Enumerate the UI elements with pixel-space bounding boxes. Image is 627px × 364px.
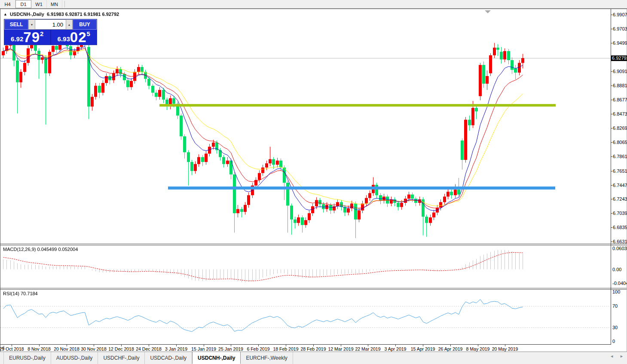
chart-tab-usdchf-daily[interactable]: USDCHF-,Daily [98,352,145,364]
price-axis-label: 6.66310 [613,239,627,244]
macd-label: MACD(12,26,9) 0.045499 0.052004 [3,247,78,252]
sell-button[interactable]: SELL [4,19,28,30]
price-axis-label: 6.84730 [613,112,627,116]
toolbar-divider [63,1,65,7]
price-axis-tick [611,242,612,242]
buy-price-box[interactable]: 6.93 02 5 [51,30,97,45]
price-axis-tick [611,100,612,100]
trade-panel-controls: SELL ▼ ▲ BUY [4,19,97,30]
time-axis-label: 15 Jan 2019 [191,346,216,352]
time-axis-label: 26 Apr 2019 [438,346,463,352]
chart-tab-usdcad-daily[interactable]: USDCAD-,Daily [145,352,192,364]
chart-tab-bar: EURUSD-,DailyAUDUSD-,DailyUSDCHF-,DailyU… [0,352,627,364]
price-axis-tick [611,142,612,143]
volume-input[interactable] [35,19,66,30]
time-axis-label: 24 Dec 2018 [136,346,162,352]
macd-axis-label: -0.040415 [612,281,627,286]
chart-tab-eurusd-daily[interactable]: EURUSD-,Daily [3,352,51,364]
current-price-tag: 6.92792 [611,55,627,61]
price-axis-label: 6.88810 [613,83,627,88]
one-click-trading-panel: SELL ▼ ▲ BUY 6.92 79 2 6.93 02 5 [4,19,97,45]
price-axis-tick [611,128,612,128]
tab-scroll-right-icon[interactable]: ► [620,354,624,358]
mt4-application-window: H4D1W1MN ▲ USDCNH-,Daily 6.91983 6.92871… [0,0,627,364]
volume-stepper-down[interactable]: ▼ [28,19,35,30]
price-axis-tick [611,227,612,228]
macd-indicator-canvas [0,245,611,288]
chart-tab-usdcnh-daily[interactable]: USDCNH-,Daily [192,352,241,364]
price-axis-tick [611,86,612,86]
macd-axis-label: 0.00 [612,267,621,272]
price-axis-tick [611,29,612,29]
price-axis-label: 6.76510 [613,169,627,174]
price-axis-tick [611,199,612,199]
time-axis-label: 8 Nov 2018 [28,346,51,352]
time-axis-label: 18 Feb 2019 [273,346,299,352]
buy-price-prefix: 6.93 [58,35,70,43]
time-axis-label: 6 Feb 2019 [247,346,269,352]
time-axis-label: 22 Mar 2019 [355,346,381,352]
price-axis-label: 6.99070 [613,12,627,17]
price-axis-label: 6.74470 [613,183,627,188]
price-axis-label: 6.94990 [613,41,627,46]
price-axis-tick [611,71,612,72]
sell-price-main: 79 [23,31,40,44]
time-axis-label: 29 Oct 2018 [0,346,24,352]
tab-scroll-arrows: ◄ ► [610,354,624,358]
price-axis-tick [611,156,612,157]
price-axis-label: 6.72430 [613,197,627,202]
price-axis-label: 6.86770 [613,98,627,102]
price-axis-tick [611,114,612,114]
rsi-axis-label: 0 [612,339,615,344]
time-axis-label: 25 Jan 2019 [218,346,243,352]
price-axis-tick [611,171,612,171]
tab-scroll-left-icon[interactable]: ◄ [610,354,614,358]
price-axis-label: 6.78610 [613,154,627,159]
price-axis-label: 6.80650 [613,140,627,145]
timeframe-button-mn[interactable]: MN [47,0,62,8]
timeframe-button-w1[interactable]: W1 [31,0,47,8]
rsi-indicator-canvas [0,290,611,344]
sell-price-prefix: 6.92 [11,35,23,43]
price-axis-label: 6.97030 [613,27,627,31]
buy-price-pip: 5 [87,30,90,37]
symbol-title: USDCNH-,Daily [10,12,44,17]
macd-axis-label: 0.060342 [612,246,627,251]
price-axis-label: 6.90910 [613,69,627,74]
price-axis-label: 6.68350 [613,225,627,230]
timeframe-button-h4[interactable]: H4 [0,0,15,8]
time-axis-label: 3 Apr 2019 [385,346,407,352]
price-axis-tick [611,185,612,186]
time-axis-label: 20 Nov 2018 [54,346,80,352]
symbol-quotes: 6.91983 6.92871 6.91981 6.92792 [47,12,119,17]
sell-price-box[interactable]: 6.92 79 2 [4,30,50,45]
time-axis-label: 3 Jan 2019 [165,346,187,352]
symbol-header: ▲ USDCNH-,Daily 6.91983 6.92871 6.91981 … [3,12,119,17]
price-axis-tick [611,43,612,43]
price-axis-tick [611,15,612,15]
time-axis-label: 28 Feb 2019 [301,346,326,352]
time-axis-label: 12 Mar 2019 [328,346,354,352]
time-axis-label: 20 May 2019 [492,346,518,352]
rsi-label: RSI(14) 70.7184 [3,291,38,296]
buy-button[interactable]: BUY [73,19,97,30]
price-axis-label: 6.82690 [613,126,627,131]
time-axis-label: 8 May 2019 [466,346,490,352]
collapse-arrow-icon[interactable]: ▲ [3,12,7,16]
sell-price-pip: 2 [40,30,43,37]
time-axis-label: 12 Dec 2018 [108,346,134,352]
chart-tab-audusd-daily[interactable]: AUDUSD-,Daily [51,352,98,364]
volume-stepper-up[interactable]: ▲ [66,19,73,30]
buy-price-main: 02 [70,31,87,44]
chart-shift-marker-icon[interactable] [485,10,491,13]
timeframe-button-d1[interactable]: D1 [15,0,31,8]
chart-tab-eurchf-weekly[interactable]: EURCHF-,Weekly [241,352,293,364]
rsi-axis-label: 30 [612,325,618,330]
time-axis-border [0,344,611,345]
time-axis-label: 15 Apr 2019 [411,346,435,352]
rsi-axis-label: 70 [612,304,618,309]
time-axis-label: 30 Nov 2018 [81,346,107,352]
price-axis-label: 6.70390 [613,211,627,216]
rsi-axis-label: 100 [612,290,620,294]
timeframe-toolbar: H4D1W1MN [0,0,627,9]
